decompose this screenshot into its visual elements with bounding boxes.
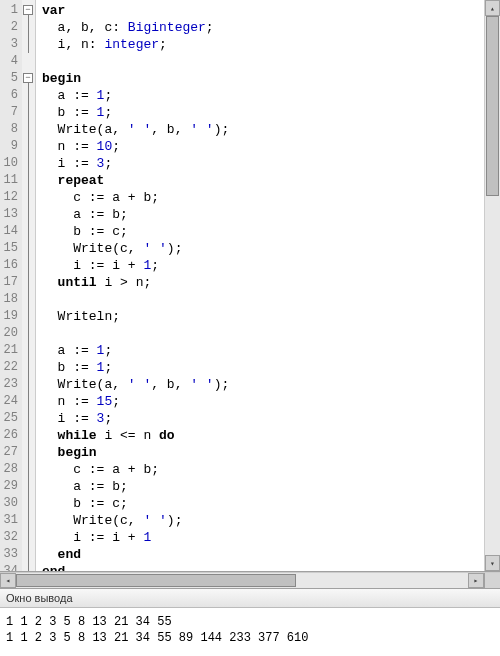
code-line[interactable]: end [42, 546, 484, 563]
scroll-left-button[interactable]: ◂ [0, 573, 16, 588]
line-number-gutter: 1234567891011121314151617181920212223242… [0, 0, 22, 571]
line-number: 27 [2, 444, 18, 461]
output-body[interactable]: 1 1 2 3 5 8 13 21 34 55 1 1 2 3 5 8 13 2… [0, 608, 500, 656]
vertical-scrollbar[interactable]: ▴ ▾ [484, 0, 500, 571]
line-number: 26 [2, 427, 18, 444]
line-number: 9 [2, 138, 18, 155]
code-line[interactable]: begin [42, 444, 484, 461]
output-panel-title: Окно вывода [0, 589, 500, 608]
scroll-up-button[interactable]: ▴ [485, 0, 500, 16]
code-line[interactable]: Write(a, ' ', b, ' '); [42, 121, 484, 138]
code-line[interactable]: n := 10; [42, 138, 484, 155]
code-line[interactable]: Writeln; [42, 308, 484, 325]
line-number: 22 [2, 359, 18, 376]
line-number: 8 [2, 121, 18, 138]
line-number: 19 [2, 308, 18, 325]
line-number: 10 [2, 155, 18, 172]
line-number: 33 [2, 546, 18, 563]
code-line[interactable]: a, b, c: Biginteger; [42, 19, 484, 36]
code-line[interactable]: Write(c, ' '); [42, 512, 484, 529]
line-number: 15 [2, 240, 18, 257]
line-number: 32 [2, 529, 18, 546]
line-number: 13 [2, 206, 18, 223]
code-line[interactable] [42, 291, 484, 308]
vertical-scroll-thumb[interactable] [486, 16, 499, 196]
fold-toggle-icon[interactable]: − [23, 5, 33, 15]
line-number: 11 [2, 172, 18, 189]
code-line[interactable]: b := 1; [42, 104, 484, 121]
line-number: 3 [2, 36, 18, 53]
output-panel: Окно вывода 1 1 2 3 5 8 13 21 34 55 1 1 … [0, 588, 500, 656]
line-number: 6 [2, 87, 18, 104]
line-number: 30 [2, 495, 18, 512]
line-number: 25 [2, 410, 18, 427]
line-number: 14 [2, 223, 18, 240]
scrollbar-corner [484, 573, 500, 588]
code-line[interactable]: Write(c, ' '); [42, 240, 484, 257]
code-line[interactable]: i := i + 1 [42, 529, 484, 546]
line-number: 2 [2, 19, 18, 36]
code-line[interactable]: a := b; [42, 206, 484, 223]
code-line[interactable]: until i > n; [42, 274, 484, 291]
code-line[interactable]: i := 3; [42, 410, 484, 427]
code-line[interactable] [42, 53, 484, 70]
line-number: 4 [2, 53, 18, 70]
line-number: 23 [2, 376, 18, 393]
horizontal-scroll-thumb[interactable] [16, 574, 296, 587]
line-number: 28 [2, 461, 18, 478]
code-line[interactable]: Write(a, ' ', b, ' '); [42, 376, 484, 393]
code-line[interactable]: i := 3; [42, 155, 484, 172]
code-line[interactable]: b := c; [42, 495, 484, 512]
line-number: 31 [2, 512, 18, 529]
code-line[interactable]: a := 1; [42, 87, 484, 104]
line-number: 16 [2, 257, 18, 274]
line-number: 1 [2, 2, 18, 19]
fold-toggle-icon[interactable]: − [23, 73, 33, 83]
code-editor[interactable]: 1234567891011121314151617181920212223242… [0, 0, 500, 572]
code-line[interactable]: i, n: integer; [42, 36, 484, 53]
code-line[interactable]: repeat [42, 172, 484, 189]
code-line[interactable]: a := b; [42, 478, 484, 495]
line-number: 5 [2, 70, 18, 87]
code-line[interactable]: end. [42, 563, 484, 571]
code-area[interactable]: var a, b, c: Biginteger; i, n: integer; … [36, 0, 484, 571]
code-line[interactable] [42, 325, 484, 342]
fold-column[interactable]: −− [22, 0, 36, 571]
line-number: 20 [2, 325, 18, 342]
line-number: 12 [2, 189, 18, 206]
scroll-down-button[interactable]: ▾ [485, 555, 500, 571]
code-line[interactable]: i := i + 1; [42, 257, 484, 274]
code-line[interactable]: begin [42, 70, 484, 87]
line-number: 17 [2, 274, 18, 291]
line-number: 21 [2, 342, 18, 359]
line-number: 29 [2, 478, 18, 495]
code-line[interactable]: c := a + b; [42, 461, 484, 478]
line-number: 34 [2, 563, 18, 572]
code-line[interactable]: c := a + b; [42, 189, 484, 206]
code-line[interactable]: while i <= n do [42, 427, 484, 444]
line-number: 7 [2, 104, 18, 121]
line-number: 18 [2, 291, 18, 308]
horizontal-scrollbar[interactable]: ◂ ▸ [0, 572, 500, 588]
line-number: 24 [2, 393, 18, 410]
code-line[interactable]: b := c; [42, 223, 484, 240]
scroll-right-button[interactable]: ▸ [468, 573, 484, 588]
code-line[interactable]: b := 1; [42, 359, 484, 376]
code-line[interactable]: n := 15; [42, 393, 484, 410]
code-line[interactable]: var [42, 2, 484, 19]
code-line[interactable]: a := 1; [42, 342, 484, 359]
